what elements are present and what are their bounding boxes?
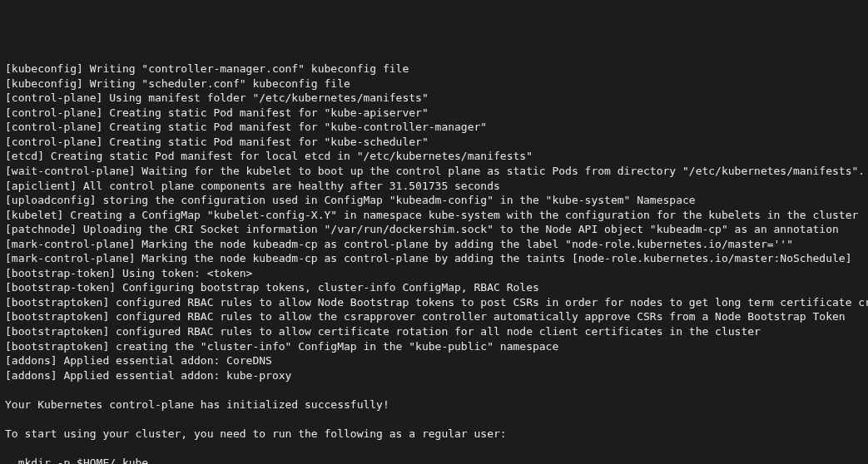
terminal-line bbox=[5, 441, 863, 456]
terminal-line: [control-plane] Creating static Pod mani… bbox=[5, 120, 863, 135]
terminal-line: [kubeconfig] Writing "scheduler.conf" ku… bbox=[5, 77, 863, 91]
terminal-line: [kubeconfig] Writing "controller-manager… bbox=[5, 62, 863, 77]
terminal-line: [mark-control-plane] Marking the node ku… bbox=[5, 251, 863, 266]
terminal-line: [addons] Applied essential addon: CoreDN… bbox=[5, 353, 863, 368]
terminal-line: [bootstraptoken] configured RBAC rules t… bbox=[5, 309, 863, 324]
terminal-line: To start using your cluster, you need to… bbox=[5, 427, 863, 442]
terminal-line: [apiclient] All control plane components… bbox=[5, 179, 863, 194]
terminal-line: [bootstrap-token] Configuring bootstrap … bbox=[5, 280, 863, 295]
terminal-output[interactable]: [kubeconfig] Writing "controller-manager… bbox=[5, 62, 863, 464]
terminal-line: mkdir -p $HOME/.kube bbox=[5, 456, 863, 464]
terminal-line: [addons] Applied essential addon: kube-p… bbox=[5, 368, 863, 383]
terminal-line: [uploadconfig] storing the configuration… bbox=[5, 193, 863, 208]
terminal-line bbox=[5, 412, 863, 427]
terminal-line: [wait-control-plane] Waiting for the kub… bbox=[5, 164, 863, 179]
terminal-line: [bootstraptoken] configured RBAC rules t… bbox=[5, 295, 863, 310]
terminal-line: [bootstrap-token] Using token: <token> bbox=[5, 266, 863, 281]
terminal-line: [patchnode] Uploading the CRI Socket inf… bbox=[5, 222, 863, 237]
terminal-line: [etcd] Creating static Pod manifest for … bbox=[5, 149, 863, 164]
terminal-line: [bootstraptoken] creating the "cluster-i… bbox=[5, 339, 863, 354]
terminal-line: [control-plane] Using manifest folder "/… bbox=[5, 91, 863, 106]
terminal-line: [kubelet] Creating a ConfigMap "kubelet-… bbox=[5, 208, 863, 223]
terminal-line: [control-plane] Creating static Pod mani… bbox=[5, 106, 863, 121]
terminal-line: [mark-control-plane] Marking the node ku… bbox=[5, 237, 863, 252]
terminal-line: [bootstraptoken] configured RBAC rules t… bbox=[5, 324, 863, 339]
terminal-line bbox=[5, 383, 863, 397]
terminal-line: [control-plane] Creating static Pod mani… bbox=[5, 135, 863, 150]
terminal-line: Your Kubernetes control-plane has initia… bbox=[5, 397, 863, 412]
